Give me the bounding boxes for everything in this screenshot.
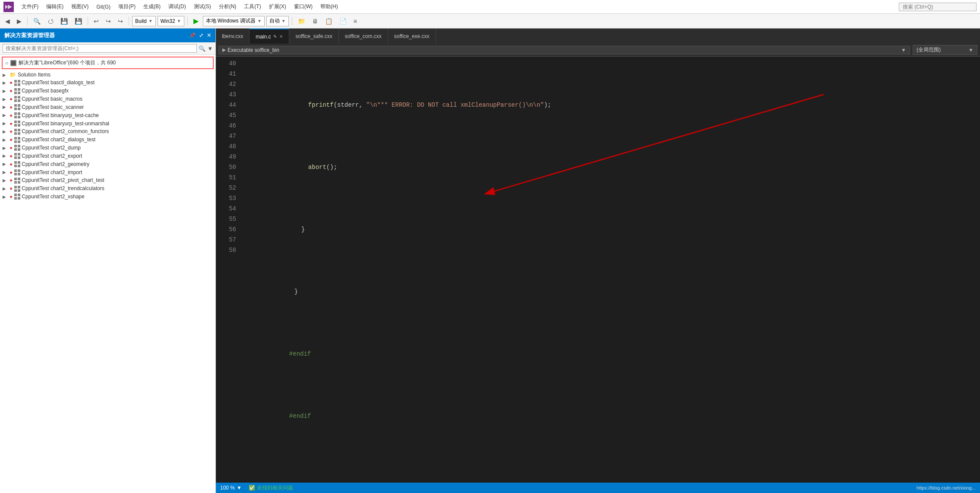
- menu-build[interactable]: 生成(B): [140, 2, 164, 11]
- sidebar-item-14[interactable]: ▶ ● CppunitTest chart2_xshape: [0, 193, 215, 201]
- menu-tools[interactable]: 工具(T): [240, 2, 264, 11]
- expand-icon[interactable]: ▶: [3, 113, 9, 118]
- tab-soffice-safe[interactable]: soffice_safe.cxx: [289, 29, 338, 44]
- toolbar-btn-save2[interactable]: 💾: [72, 16, 85, 26]
- tab-close-icon[interactable]: ✕: [279, 34, 283, 39]
- expand-icon[interactable]: ▶: [3, 129, 9, 134]
- expand-icon[interactable]: ▶: [3, 178, 9, 183]
- expand-icon[interactable]: ▶: [3, 137, 9, 142]
- menu-project[interactable]: 项目(P): [115, 2, 139, 11]
- redo-btn[interactable]: ↪: [103, 16, 114, 26]
- toolbar-btn-2[interactable]: 🔍: [31, 16, 43, 26]
- search-options-icon[interactable]: ▼: [207, 45, 213, 52]
- svg-rect-26: [14, 129, 17, 131]
- menu-view[interactable]: 视图(V): [68, 2, 92, 11]
- svg-rect-33: [18, 140, 20, 143]
- auto-dropdown[interactable]: 自动 ▼: [266, 16, 289, 26]
- redo2-btn[interactable]: ↪: [115, 16, 126, 26]
- monitor-btn[interactable]: 🖥: [310, 16, 321, 26]
- zoom-control[interactable]: 100 % ▼: [220, 485, 242, 491]
- expand-icon[interactable]: ▶: [3, 121, 9, 126]
- expand-icon[interactable]: ⤢: [199, 32, 203, 38]
- expand-icon[interactable]: ▶: [3, 89, 9, 93]
- sidebar-item-6[interactable]: ▶ ● CppunitTest chart2_common_functors: [0, 127, 215, 136]
- back-btn[interactable]: ◀: [3, 16, 13, 26]
- search-input[interactable]: [899, 3, 977, 11]
- expand-icon[interactable]: ▶: [3, 146, 9, 150]
- undo-btn[interactable]: ↩: [91, 16, 101, 26]
- expand-icon[interactable]: ▶: [3, 170, 9, 175]
- sidebar-item-10[interactable]: ▶ ● CppunitTest chart2_geometry: [0, 160, 215, 168]
- sidebar-item-11[interactable]: ▶ ● CppunitTest chart2_import: [0, 168, 215, 176]
- sidebar-item-13[interactable]: ▶ ● CppunitTest chart2_trendcalculators: [0, 184, 215, 193]
- expand-icon[interactable]: ▶: [3, 153, 9, 158]
- build-dropdown[interactable]: Build ▼: [132, 16, 156, 26]
- extra-btn1[interactable]: 📋: [322, 16, 335, 26]
- expand-icon[interactable]: ▶: [3, 73, 9, 77]
- sidebar-item-9[interactable]: ▶ ● CppunitTest chart2_export: [0, 152, 215, 160]
- sidebar-item-0[interactable]: ▶ ● CppunitTest basctl_dialogs_test: [0, 79, 215, 87]
- menu-debug[interactable]: 调试(D): [165, 2, 190, 11]
- solution-icon: ○: [5, 60, 8, 66]
- sidebar-item-4[interactable]: ▶ ● CppunitTest binaryurp_test-cache: [0, 111, 215, 119]
- close-icon[interactable]: ✕: [207, 32, 211, 38]
- tab-lbenv[interactable]: lbenv.cxx: [216, 29, 250, 44]
- sidebar-item-3[interactable]: ▶ ● CppunitTest basic_scanner: [0, 103, 215, 111]
- extra-btn3[interactable]: ≡: [351, 16, 360, 26]
- solution-root[interactable]: ○ 解决方案"LibreOffice"(690 个项目，共 690: [2, 57, 214, 69]
- extra-btn2[interactable]: 📄: [337, 16, 349, 26]
- expand-icon[interactable]: ▶: [3, 105, 9, 109]
- menu-analyze[interactable]: 分析(N): [215, 2, 240, 11]
- menu-extensions[interactable]: 扩展(X): [266, 2, 290, 11]
- sidebar-search-input[interactable]: [3, 44, 197, 53]
- svg-rect-58: [14, 194, 17, 196]
- run-btn[interactable]: ▶: [191, 16, 201, 26]
- nav-path-dropdown[interactable]: ▶ Executable soffice_bin ▼: [218, 46, 910, 54]
- nav-path-arrow: ▼: [901, 47, 906, 53]
- expand-icon[interactable]: ▶: [3, 186, 9, 191]
- ok-text: 未找到相关问题: [257, 484, 293, 492]
- menu-file[interactable]: 文件(F): [18, 2, 42, 11]
- sidebar-item-5[interactable]: ▶ ● CppunitTest binaryurp_test-unmarshal: [0, 119, 215, 127]
- forward-btn[interactable]: ▶: [14, 16, 24, 26]
- sidebar-item-12[interactable]: ▶ ● CppunitTest chart2_pivot_chart_test: [0, 176, 215, 184]
- svg-rect-40: [14, 156, 17, 159]
- sidebar-item-solution-items[interactable]: ▶ 📁 Solution Items: [0, 71, 215, 79]
- tab-main[interactable]: main.c ✎ ✕: [250, 29, 289, 44]
- expand-icon[interactable]: ▶: [3, 162, 9, 166]
- nav-scope-dropdown[interactable]: (全局范围) ▼: [913, 45, 977, 55]
- sidebar-item-2[interactable]: ▶ ● CppunitTest basic_macros: [0, 95, 215, 103]
- sidebar-item-8[interactable]: ▶ ● CppunitTest chart2_dump: [0, 144, 215, 152]
- proj-icon: ●: [9, 96, 13, 102]
- sidebar-item-7[interactable]: ▶ ● CppunitTest chart2_dialogs_test: [0, 136, 215, 144]
- zoom-dropdown-icon[interactable]: ▼: [237, 485, 242, 491]
- debug-dropdown[interactable]: 本地 Windows 调试器 ▼: [203, 16, 265, 26]
- tab-soffice-exe[interactable]: soffice_exe.cxx: [388, 29, 436, 44]
- expand-icon[interactable]: ▶: [3, 97, 9, 102]
- menu-edit[interactable]: 编辑(E): [43, 2, 67, 11]
- menu-help[interactable]: 帮助(H): [317, 2, 341, 11]
- folder-btn[interactable]: 📁: [295, 16, 308, 26]
- pin-icon[interactable]: 📌: [189, 32, 196, 38]
- code-content[interactable]: fprintf(stderr, "\n*** ERROR: DO NOT cal…: [240, 57, 980, 483]
- menu-git[interactable]: Git(G): [93, 3, 114, 11]
- platform-dropdown[interactable]: Win32 ▼: [158, 16, 184, 26]
- svg-rect-37: [18, 148, 20, 151]
- sidebar-title: 解决方案资源管理器: [4, 32, 55, 39]
- tab-soffice-com[interactable]: soffice_com.cxx: [339, 29, 388, 44]
- expand-icon[interactable]: ▶: [3, 194, 9, 199]
- menu-test[interactable]: 测试(S): [190, 2, 215, 11]
- toolbar-btn-save[interactable]: 💾: [58, 16, 70, 26]
- search-icon[interactable]: 🔍: [199, 45, 205, 52]
- menu-window[interactable]: 窗口(W): [291, 2, 316, 11]
- svg-rect-49: [18, 173, 20, 175]
- svg-rect-22: [14, 121, 17, 123]
- code-line-46: [244, 463, 980, 473]
- code-editor[interactable]: 40 41 42 43 44 45 46 47 48 49 50 51 52 5…: [216, 57, 980, 483]
- toolbar-btn-3[interactable]: ⭯: [45, 16, 56, 26]
- sidebar-item-1[interactable]: ▶ ● CppunitTest basegfx: [0, 87, 215, 95]
- code-line-42: }: [244, 214, 980, 245]
- proj-icon: ●: [9, 121, 13, 127]
- expand-icon[interactable]: ▶: [3, 80, 9, 85]
- code-text: #endif: [244, 338, 311, 369]
